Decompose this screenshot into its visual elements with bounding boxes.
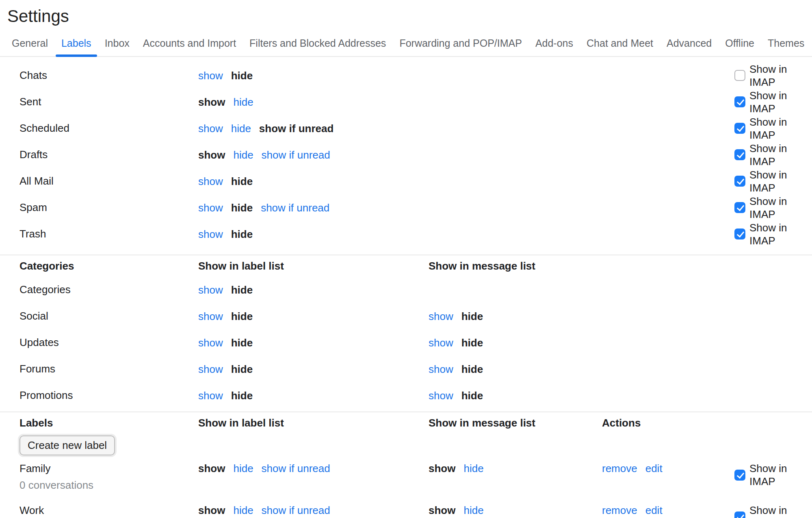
option-show[interactable]: show — [198, 175, 223, 188]
imap-cell: Show in IMAP — [734, 504, 812, 518]
tab-filters-and-blocked-addresses[interactable]: Filters and Blocked Addresses — [249, 37, 387, 49]
imap-cell: Show in IMAP — [734, 63, 812, 89]
tab-advanced[interactable]: Advanced — [666, 37, 712, 49]
table-row: Forums showhide showhide — [0, 356, 812, 382]
option-hide: hide — [231, 69, 253, 82]
table-row: Drafts showhideshow if unread Show in IM… — [0, 141, 812, 168]
show-in-imap-checkbox[interactable] — [734, 229, 745, 239]
label-name: Promotions — [19, 389, 198, 402]
tab-inbox[interactable]: Inbox — [104, 37, 130, 49]
option-show-if-unread[interactable]: show if unread — [262, 504, 330, 517]
imap-cell: Show in IMAP — [734, 195, 812, 221]
option-hide[interactable]: hide — [233, 504, 253, 517]
option-show[interactable]: show — [198, 389, 223, 402]
show-in-imap-label: Show in IMAP — [749, 221, 812, 247]
option-hide: hide — [461, 389, 483, 402]
tab-general[interactable]: General — [11, 37, 49, 49]
tab-labels[interactable]: Labels — [61, 37, 92, 49]
show-in-imap-label: Show in IMAP — [749, 168, 812, 194]
option-show: show — [429, 462, 455, 475]
option-show[interactable]: show — [429, 363, 453, 376]
settings-tabs: General Labels Inbox Accounts and Import… — [0, 37, 812, 57]
message-list-options: showhide — [429, 389, 602, 402]
option-hide[interactable]: hide — [463, 504, 483, 517]
option-show[interactable]: show — [429, 310, 453, 323]
option-show[interactable]: show — [429, 389, 453, 402]
label-list-options: showhideshow if unread — [198, 462, 429, 475]
tab-accounts-and-import[interactable]: Accounts and Import — [142, 37, 237, 49]
option-show[interactable]: show — [198, 363, 223, 376]
show-in-imap-checkbox[interactable] — [734, 123, 745, 134]
option-show: show — [198, 96, 225, 109]
show-in-imap-checkbox[interactable] — [734, 176, 745, 187]
page-title: Settings — [7, 7, 812, 26]
option-show-if-unread[interactable]: show if unread — [262, 148, 330, 161]
show-in-imap-checkbox[interactable] — [734, 96, 745, 107]
option-show[interactable]: show — [198, 201, 223, 214]
option-remove[interactable]: remove — [602, 462, 637, 475]
message-list-options: showhide — [429, 310, 602, 323]
option-show: show — [429, 504, 455, 517]
option-hide[interactable]: hide — [233, 462, 253, 475]
tab-offline[interactable]: Offline — [724, 37, 755, 49]
option-edit[interactable]: edit — [645, 504, 663, 517]
column-header-categories: Categories — [19, 260, 198, 272]
option-show[interactable]: show — [198, 122, 223, 135]
option-hide[interactable]: hide — [233, 148, 253, 161]
table-row: Categories showhide — [0, 276, 812, 303]
option-remove[interactable]: remove — [602, 504, 637, 517]
option-hide: hide — [461, 336, 483, 349]
label-name: Spam — [19, 201, 198, 214]
show-in-imap-checkbox[interactable] — [734, 70, 745, 81]
actions-options: removeedit — [602, 504, 734, 517]
option-hide[interactable]: hide — [233, 96, 253, 109]
show-in-imap-label: Show in IMAP — [749, 195, 812, 221]
show-in-imap-checkbox[interactable] — [734, 149, 745, 160]
option-hide[interactable]: hide — [463, 462, 483, 475]
tab-forwarding-and-pop-imap[interactable]: Forwarding and POP/IMAP — [398, 37, 523, 49]
option-hide: hide — [231, 336, 253, 349]
show-in-imap-checkbox[interactable] — [734, 470, 745, 481]
imap-cell: Show in IMAP — [734, 168, 812, 194]
option-hide: hide — [231, 310, 253, 323]
label-list-options: showhide — [198, 283, 429, 296]
label-list-options: showhide — [198, 310, 429, 323]
table-row: Promotions showhide showhide — [0, 382, 812, 409]
label-name: Forums — [19, 363, 198, 375]
column-header-actions: Actions — [602, 417, 734, 429]
option-show[interactable]: show — [198, 283, 223, 296]
tab-chat-and-meet[interactable]: Chat and Meet — [586, 37, 654, 49]
table-row: Trash showhide Show in IMAP — [0, 221, 812, 247]
create-new-label-button[interactable]: Create new label — [19, 435, 115, 455]
message-list-options: showhide — [429, 336, 602, 349]
tab-themes[interactable]: Themes — [767, 37, 805, 49]
option-show[interactable]: show — [429, 336, 453, 349]
message-list-options: showhide — [429, 363, 602, 376]
option-hide: hide — [231, 175, 253, 188]
show-in-imap-checkbox[interactable] — [734, 511, 745, 518]
label-name: Updates — [19, 336, 198, 349]
label-list-options: showhideshow if unread — [198, 201, 429, 214]
option-show[interactable]: show — [198, 336, 223, 349]
option-hide: hide — [231, 228, 253, 241]
option-hide: hide — [461, 363, 483, 376]
label-list-options: showhide — [198, 69, 429, 82]
categories-section: Categories Show in label list Show in me… — [0, 255, 812, 409]
column-header-labels: Labels — [19, 417, 198, 429]
option-edit[interactable]: edit — [645, 462, 663, 475]
option-show[interactable]: show — [198, 69, 223, 82]
show-in-imap-checkbox[interactable] — [734, 202, 745, 213]
label-list-options: showhideshow if unread — [198, 504, 429, 517]
option-show-if-unread[interactable]: show if unread — [261, 201, 329, 214]
option-show[interactable]: show — [198, 228, 223, 241]
table-row: Chats showhide Show in IMAP — [0, 62, 812, 89]
option-hide[interactable]: hide — [231, 122, 251, 135]
table-row: Spam showhideshow if unread Show in IMAP — [0, 194, 812, 221]
label-list-options: showhide — [198, 228, 429, 241]
table-row: Sent showhide Show in IMAP — [0, 89, 812, 115]
tab-add-ons[interactable]: Add-ons — [535, 37, 574, 49]
option-show[interactable]: show — [198, 310, 223, 323]
label-list-options: showhide — [198, 363, 429, 376]
table-row: Scheduled showhideshow if unread Show in… — [0, 115, 812, 141]
option-show-if-unread[interactable]: show if unread — [262, 462, 330, 475]
